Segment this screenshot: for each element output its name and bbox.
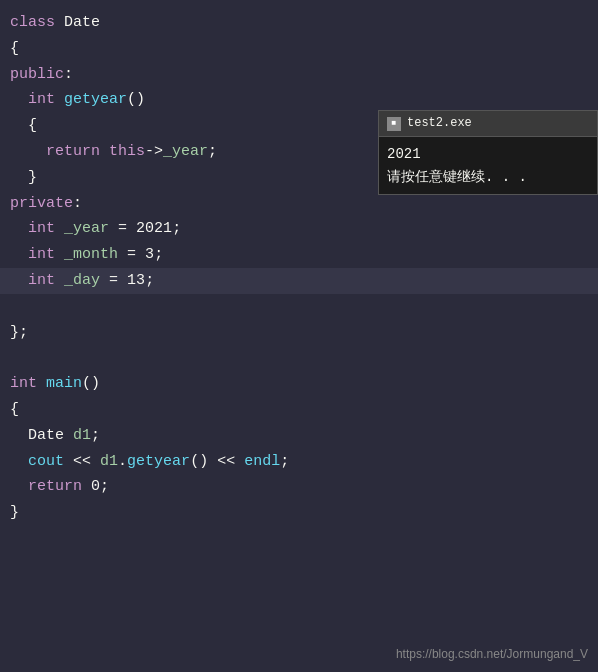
- code-line: };: [0, 320, 598, 346]
- code-line: {: [0, 36, 598, 62]
- code-line: [0, 345, 598, 371]
- code-line: public:: [0, 62, 598, 88]
- code-editor: class Date { public: int getyear() { ret…: [0, 0, 598, 672]
- code-line: cout << d1.getyear() << endl;: [0, 449, 598, 475]
- code-line: }: [0, 500, 598, 526]
- code-line: int _year = 2021;: [0, 216, 598, 242]
- terminal-popup: ■ test2.exe 2021 请按任意键继续. . .: [378, 110, 598, 195]
- code-line-highlighted: int _day = 13;: [0, 268, 598, 294]
- terminal-output-line2: 请按任意键继续. . .: [387, 166, 589, 188]
- footer-url: https://blog.csdn.net/Jormungand_V: [396, 645, 588, 664]
- code-line: Date d1;: [0, 423, 598, 449]
- code-line: return 0;: [0, 474, 598, 500]
- code-line: int main(): [0, 371, 598, 397]
- terminal-icon: ■: [387, 117, 401, 131]
- code-line: int _month = 3;: [0, 242, 598, 268]
- code-line: [0, 294, 598, 320]
- terminal-titlebar: ■ test2.exe: [379, 111, 597, 137]
- terminal-body: 2021 请按任意键继续. . .: [379, 137, 597, 194]
- code-line: class Date: [0, 10, 598, 36]
- terminal-title: test2.exe: [407, 114, 472, 133]
- terminal-output-line1: 2021: [387, 143, 589, 165]
- code-line: {: [0, 397, 598, 423]
